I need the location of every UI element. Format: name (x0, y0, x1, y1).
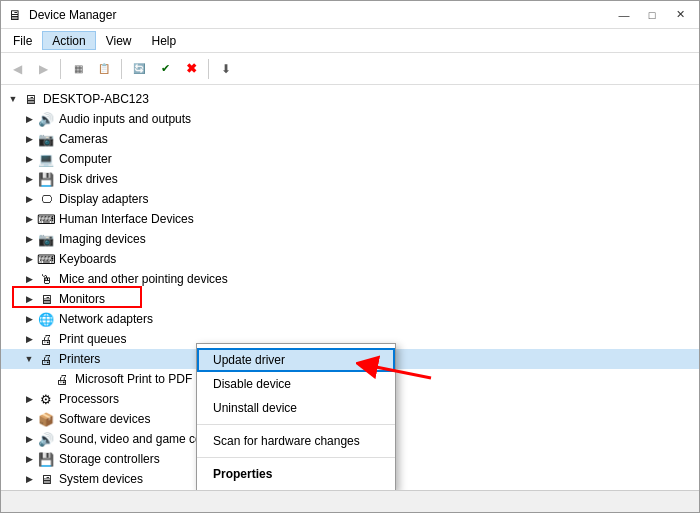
software-label: Software devices (59, 412, 150, 426)
software-icon: 📦 (37, 411, 55, 427)
ctx-scan-hardware[interactable]: Scan for hardware changes (197, 429, 395, 453)
root-icon: 🖥 (21, 91, 39, 107)
system-icon: 🖥 (37, 471, 55, 487)
update-driver-toolbar-button[interactable]: 🔄 (127, 57, 151, 81)
main-content: ▼ 🖥 DESKTOP-ABC123 ▶ 🔊 Audio inputs and … (1, 85, 699, 490)
print-queues-label: Print queues (59, 332, 126, 346)
root-expand-icon: ▼ (5, 91, 21, 107)
menu-bar: File Action View Help (1, 29, 699, 53)
window-controls: — □ ✕ (611, 5, 693, 25)
processors-label: Processors (59, 392, 119, 406)
forward-button[interactable]: ▶ (31, 57, 55, 81)
printers-expand-icon: ▼ (21, 351, 37, 367)
tree-item-mice[interactable]: ▶ 🖱 Mice and other pointing devices (1, 269, 699, 289)
sound-label: Sound, video and game con... (59, 432, 218, 446)
show-hidden-button[interactable]: ▦ (66, 57, 90, 81)
tree-item-monitors[interactable]: ▶ 🖥 Monitors (1, 289, 699, 309)
ctx-update-driver[interactable]: Update driver (197, 348, 395, 372)
mice-label: Mice and other pointing devices (59, 272, 228, 286)
ctx-properties[interactable]: Properties (197, 462, 395, 486)
title-bar: 🖥 Device Manager — □ ✕ (1, 1, 699, 29)
network-icon: 🌐 (37, 311, 55, 327)
scan-changes-button[interactable]: ⬇ (214, 57, 238, 81)
disk-icon: 💾 (37, 171, 55, 187)
tree-item-computer[interactable]: ▶ 💻 Computer (1, 149, 699, 169)
mice-expand-icon: ▶ (21, 271, 37, 287)
print-queues-expand-icon: ▶ (21, 331, 37, 347)
imaging-icon: 📷 (37, 231, 55, 247)
status-bar (1, 490, 699, 512)
toolbar-separator-1 (60, 59, 61, 79)
menu-file[interactable]: File (3, 31, 42, 50)
display-expand-icon: ▶ (21, 191, 37, 207)
storage-icon: 💾 (37, 451, 55, 467)
menu-view[interactable]: View (96, 31, 142, 50)
printers-icon: 🖨 (37, 351, 55, 367)
audio-label: Audio inputs and outputs (59, 112, 191, 126)
tree-item-network[interactable]: ▶ 🌐 Network adapters (1, 309, 699, 329)
keyboards-icon: ⌨ (37, 251, 55, 267)
imaging-label: Imaging devices (59, 232, 146, 246)
audio-expand-icon: ▶ (21, 111, 37, 127)
tree-item-cameras[interactable]: ▶ 📷 Cameras (1, 129, 699, 149)
tree-item-disk[interactable]: ▶ 💾 Disk drives (1, 169, 699, 189)
system-expand-icon: ▶ (21, 471, 37, 487)
maximize-button[interactable]: □ (639, 5, 665, 25)
sound-icon: 🔊 (37, 431, 55, 447)
menu-help[interactable]: Help (142, 31, 187, 50)
ctx-uninstall-device[interactable]: Uninstall device (197, 396, 395, 420)
monitors-label: Monitors (59, 292, 105, 306)
toolbar: ◀ ▶ ▦ 📋 🔄 ✔ ✖ ⬇ (1, 53, 699, 85)
print-queues-icon: 🖨 (37, 331, 55, 347)
menu-action[interactable]: Action (42, 31, 95, 50)
close-button[interactable]: ✕ (667, 5, 693, 25)
ctx-disable-device[interactable]: Disable device (197, 372, 395, 396)
mice-icon: 🖱 (37, 271, 55, 287)
app-icon: 🖥 (7, 7, 23, 23)
tree-view[interactable]: ▼ 🖥 DESKTOP-ABC123 ▶ 🔊 Audio inputs and … (1, 85, 699, 490)
storage-label: Storage controllers (59, 452, 160, 466)
toolbar-separator-3 (208, 59, 209, 79)
root-label: DESKTOP-ABC123 (43, 92, 149, 106)
system-label: System devices (59, 472, 143, 486)
audio-icon: 🔊 (37, 111, 55, 127)
enable-button[interactable]: ✔ (153, 57, 177, 81)
tree-item-audio[interactable]: ▶ 🔊 Audio inputs and outputs (1, 109, 699, 129)
tree-item-keyboards[interactable]: ▶ ⌨ Keyboards (1, 249, 699, 269)
window-title: Device Manager (29, 8, 611, 22)
computer-expand-icon: ▶ (21, 151, 37, 167)
display-icon: 🖵 (37, 191, 55, 207)
tree-item-imaging[interactable]: ▶ 📷 Imaging devices (1, 229, 699, 249)
display-label: Display adapters (59, 192, 148, 206)
tree-root[interactable]: ▼ 🖥 DESKTOP-ABC123 (1, 89, 699, 109)
printers-child-icon: 🖨 (53, 371, 71, 387)
computer-icon: 💻 (37, 151, 55, 167)
cameras-expand-icon: ▶ (21, 131, 37, 147)
properties-button[interactable]: 📋 (92, 57, 116, 81)
disk-label: Disk drives (59, 172, 118, 186)
ctx-separator-1 (197, 424, 395, 425)
network-label: Network adapters (59, 312, 153, 326)
cameras-label: Cameras (59, 132, 108, 146)
cameras-icon: 📷 (37, 131, 55, 147)
imaging-expand-icon: ▶ (21, 231, 37, 247)
remove-device-button[interactable]: ✖ (179, 57, 203, 81)
storage-expand-icon: ▶ (21, 451, 37, 467)
tree-item-display[interactable]: ▶ 🖵 Display adapters (1, 189, 699, 209)
hid-label: Human Interface Devices (59, 212, 194, 226)
back-button[interactable]: ◀ (5, 57, 29, 81)
keyboards-expand-icon: ▶ (21, 251, 37, 267)
toolbar-separator-2 (121, 59, 122, 79)
sound-expand-icon: ▶ (21, 431, 37, 447)
network-expand-icon: ▶ (21, 311, 37, 327)
software-expand-icon: ▶ (21, 411, 37, 427)
keyboards-label: Keyboards (59, 252, 116, 266)
tree-item-hid[interactable]: ▶ ⌨ Human Interface Devices (1, 209, 699, 229)
disk-expand-icon: ▶ (21, 171, 37, 187)
ctx-separator-2 (197, 457, 395, 458)
minimize-button[interactable]: — (611, 5, 637, 25)
monitors-expand-icon: ▶ (21, 291, 37, 307)
hid-icon: ⌨ (37, 211, 55, 227)
device-manager-window: 🖥 Device Manager — □ ✕ File Action View … (0, 0, 700, 513)
context-menu: Update driver Disable device Uninstall d… (196, 343, 396, 490)
